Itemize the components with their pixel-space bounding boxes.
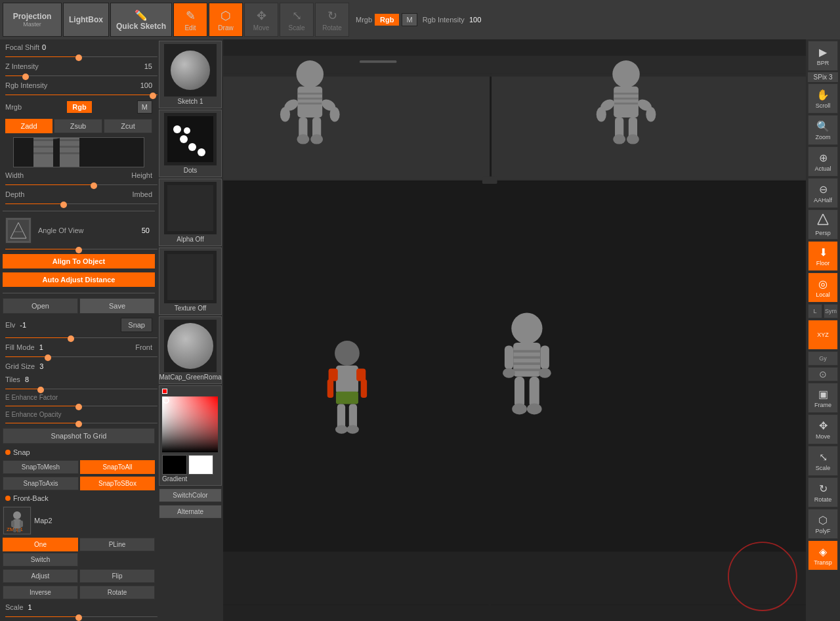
snap-to-all-button[interactable]: SnapToAll [80,460,155,474]
zadd-button[interactable]: Zadd [5,119,52,133]
z-intensity-thumb[interactable] [22,74,29,80]
rgb-intensity-thumb[interactable] [150,93,156,99]
snap-top-button[interactable]: Snap [121,318,152,332]
transp-button[interactable]: ◈ Transp [808,540,838,570]
xyz-button[interactable]: XYZ [808,320,838,350]
rotate-button[interactable]: ↻ Rotate [315,3,349,37]
color-indicator-red[interactable] [162,389,167,394]
lightbox-button[interactable]: LightBox [63,3,109,37]
inverse-button[interactable]: Inverse [3,586,78,599]
rotate-fb-button[interactable]: Rotate [79,586,155,599]
pline-button[interactable]: PLine [79,538,155,551]
switch-color-button[interactable]: SwitchColor [159,488,222,502]
white-swatch[interactable] [188,455,213,475]
width-thumb[interactable] [91,182,97,189]
polyf-button[interactable]: ⬡ PolyF [808,509,838,539]
matcap-brush[interactable]: MatCap_GreenRoma [159,316,222,384]
angle-thumb[interactable] [75,247,82,253]
sketch1-brush[interactable]: Sketch 1 [159,41,222,108]
texture-off-bg [167,254,213,300]
fill-thumb[interactable] [45,354,51,361]
rotate-right-button[interactable]: ↻ Rotate [808,477,838,507]
texture-off-brush[interactable]: Texture Off [159,247,222,315]
scroll-button[interactable]: ✋ Scroll [808,83,838,114]
local-button[interactable]: ◎ Local [808,272,838,303]
open-button[interactable]: Open [3,298,78,314]
inverse-rotate-row: Inverse Rotate [3,586,155,599]
depth-slider[interactable] [5,203,158,204]
width-slider[interactable] [5,184,158,185]
snap-to-sbox-button[interactable]: SnapToSBox [80,477,155,490]
enhance-opacity-thumb[interactable] [75,421,82,427]
svg-point-68 [627,134,639,144]
bpr-button[interactable]: ▶ BPR [808,41,838,71]
color-gradient-svg[interactable] [162,396,218,452]
z-intensity-row: Z Intensity 15 [3,61,155,72]
brush-panel: Sketch 1 Dots [158,39,223,621]
scale-button[interactable]: ⤡ Scale [280,3,314,37]
tiles-thumb[interactable] [37,387,44,393]
focal-shift-slider[interactable] [5,56,158,57]
rgb-left-button[interactable]: Rgb [67,101,91,113]
elv-slider[interactable] [5,337,158,338]
svg-rect-85 [513,369,541,372]
zoom-button[interactable]: 🔍 Zoom [808,115,838,145]
depth-thumb[interactable] [60,202,67,208]
dots-brush[interactable]: Dots [159,110,222,177]
svg-point-92 [512,403,527,414]
scale-thumb[interactable] [75,614,82,621]
focal-shift-thumb[interactable] [75,54,82,61]
m-left-button[interactable]: M [137,100,152,114]
persp-right-button[interactable]: Persp [808,209,838,240]
snap-to-mesh-button[interactable]: SnapToMesh [3,460,79,474]
move-button[interactable]: ✥ Move [244,3,278,37]
projection-master-button[interactable]: Projection Master [3,3,62,37]
zsub-button[interactable]: Zsub [54,119,102,133]
rgb-intensity-slider[interactable] [5,95,158,95]
z-intensity-slider[interactable] [5,75,158,76]
frame-button[interactable]: ▣ Frame [808,383,838,413]
enhance-opacity-slider[interactable] [5,423,158,423]
angle-slider[interactable] [5,249,158,249]
scale-right-button[interactable]: ⤡ Scale [808,446,838,476]
flip-button[interactable]: Flip [79,569,155,583]
persp-icon[interactable] [5,217,32,244]
fill-slider[interactable] [5,356,158,357]
snap-to-axis-button[interactable]: SnapToAxis [3,477,79,490]
projection-label: Projection [13,12,52,21]
aahalf-button[interactable]: ⊖ AAHalf [808,178,838,208]
black-swatch[interactable] [162,455,187,475]
alternate-button[interactable]: Alternate [159,505,222,519]
adjust-button[interactable]: Adjust [3,569,78,583]
floor-button[interactable]: ⬇ Floor [808,241,838,271]
lsym-left-button[interactable]: L [808,304,822,318]
quicksketch-button[interactable]: ✏️ Quick Sketch [110,3,172,37]
auto-adjust-button[interactable]: Auto Adjust Distance [3,272,155,287]
elv-thumb[interactable] [68,335,74,342]
svg-point-69 [335,341,360,366]
draw-button[interactable]: ⬡ Draw [209,3,243,37]
m-button[interactable]: M [402,13,417,26]
edit-button[interactable]: ✎ Edit [173,3,207,37]
switch-button[interactable]: Switch [3,553,78,567]
move-right-button[interactable]: ✥ Move [808,414,838,444]
svg-point-66 [613,134,625,144]
sym-button[interactable]: Sym [824,304,838,318]
q-button[interactable]: ⊙ [808,367,838,381]
scale-slider[interactable] [5,616,158,617]
angle-row: Angle Of View 50 [35,225,152,236]
alpha-off-brush[interactable]: Alpha Off [159,179,222,246]
rgb-button[interactable]: Rgb [375,14,399,26]
enhance-factor-thumb[interactable] [75,404,82,410]
depth-fill [5,203,66,204]
zcut-button[interactable]: Zcut [104,119,152,133]
zmap1-thumb[interactable]: ZMap1 [3,506,32,535]
actual-button[interactable]: ⊕ Actual [808,146,838,177]
save-button[interactable]: Save [79,298,155,314]
snapshot-to-grid-button[interactable]: Snapshot To Grid [3,428,155,444]
svg-point-49 [280,107,290,122]
tiles-slider[interactable] [5,389,158,389]
one-button[interactable]: One [3,538,78,551]
align-to-object-button[interactable]: Align To Object [3,254,155,268]
enhance-factor-slider[interactable] [5,406,158,406]
